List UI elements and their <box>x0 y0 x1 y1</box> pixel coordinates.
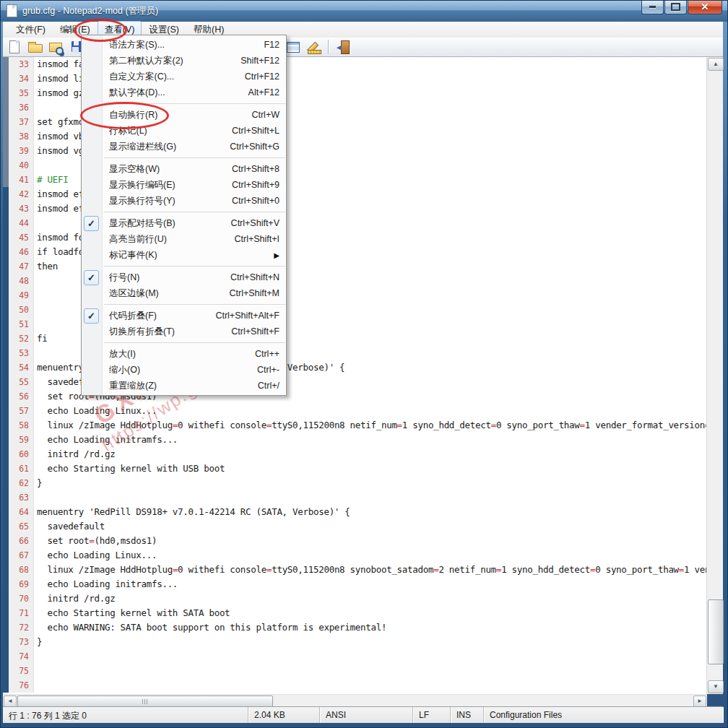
checkmark-icon: ✓ <box>84 216 99 231</box>
line-number: 38 <box>9 129 34 144</box>
view-menu-item-selection-margin[interactable]: 选区边缘(M)Ctrl+Shift+M <box>82 285 286 301</box>
fold-margin <box>3 303 9 317</box>
vertical-scroll-thumb[interactable] <box>708 599 724 664</box>
minimize-button[interactable] <box>641 0 664 14</box>
app-document-icon <box>6 4 17 17</box>
fold-margin <box>3 187 9 202</box>
menu-item-label: 自定义方案(C)... <box>109 71 174 83</box>
line-number: 65 <box>9 519 34 534</box>
code-line: 61 echo Starting kernel with USB boot <box>3 462 707 476</box>
code-line: 72 echo WARNING: SATA boot support on th… <box>3 620 707 635</box>
view-menu-item-custom-schemes[interactable]: 自定义方案(C)...Ctrl+F12 <box>82 69 286 84</box>
view-menu-item-line-numbers[interactable]: ✓行号(N)Ctrl+Shift+N <box>82 269 286 285</box>
line-number: 69 <box>9 577 34 592</box>
menu-item-label: 缩小(O) <box>109 364 140 376</box>
view-menu-item-highlight-current-line[interactable]: 高亮当前行(U)Ctrl+Shift+I <box>82 231 286 247</box>
menu-separator <box>104 266 285 266</box>
line-number: 58 <box>9 418 34 433</box>
code-line: 64menuentry 'RedPill DS918+ v7.0.1-42214… <box>3 505 707 519</box>
pencil-ruler-icon[interactable] <box>306 38 323 56</box>
menu-item-label: 行标记(L) <box>109 125 147 137</box>
code-line: 65 savedefault <box>3 519 707 534</box>
menu-item-label: 默认字体(D)... <box>109 87 165 99</box>
fold-margin <box>3 216 9 230</box>
view-menu-item-zoom-out[interactable]: 缩小(O)Ctrl+- <box>82 362 286 378</box>
view-menu-item-show-wrap-symbols[interactable]: 显示换行符号(Y)Ctrl+Shift+0 <box>82 193 286 209</box>
fold-margin <box>3 534 9 548</box>
fold-margin <box>3 519 9 534</box>
view-menu-item-show-line-ending-codes[interactable]: 显示换行编码(E)Ctrl+Shift+9 <box>82 177 286 193</box>
line-number: 67 <box>9 548 34 563</box>
view-menu-item-syntax-scheme[interactable]: 语法方案(S)...F12 <box>82 37 286 53</box>
code-line: 73} <box>3 635 707 649</box>
code-text: echo Loading Linux... <box>34 548 157 563</box>
code-line: 75 <box>3 664 707 678</box>
fold-margin <box>3 129 9 144</box>
fold-margin <box>3 274 9 288</box>
view-menu-item-code-folding[interactable]: ✓代码折叠(F)Ctrl+Shift+Alt+F <box>82 308 286 324</box>
fold-margin <box>3 332 9 346</box>
line-number: 62 <box>9 476 34 490</box>
folder-search-icon[interactable] <box>48 38 65 56</box>
code-line: 59 echo Loading initramfs... <box>3 433 707 447</box>
code-text: echo WARNING: SATA boot support on this … <box>34 620 386 635</box>
horizontal-scrollbar[interactable]: ◄ ► <box>3 694 707 707</box>
line-number: 56 <box>9 389 34 404</box>
line-number: 40 <box>9 158 34 173</box>
menu-item-label: 显示空格(W) <box>109 163 160 176</box>
code-line: 68 linux /zImage HddHotplug=0 withefi co… <box>3 563 707 577</box>
code-text <box>34 158 37 173</box>
scroll-down-icon[interactable]: ▼ <box>708 680 724 693</box>
fold-margin <box>3 245 9 259</box>
code-text: echo Starting kernel with USB boot <box>34 462 225 476</box>
exit-door-icon[interactable] <box>334 38 352 56</box>
line-number: 72 <box>9 620 34 635</box>
code-text: } <box>34 476 42 490</box>
code-line: 76 <box>3 678 707 693</box>
maximize-button[interactable] <box>664 0 687 14</box>
view-menu-dropdown: 语法方案(S)...F12第二种默认方案(2)Shift+F12自定义方案(C)… <box>81 35 287 396</box>
view-menu-item-second-default-scheme[interactable]: 第二种默认方案(2)Shift+F12 <box>82 53 286 69</box>
view-menu-item-default-font[interactable]: 默认字体(D)...Alt+F12 <box>82 84 286 100</box>
view-menu-item-line-marker[interactable]: 行标记(L)Ctrl+Shift+L <box>82 123 286 139</box>
line-number: 48 <box>9 274 34 288</box>
view-menu-item-toggle-all-folds[interactable]: 切换所有折叠(T)Ctrl+Shift+F <box>82 324 286 339</box>
fold-margin <box>3 202 9 216</box>
line-number: 57 <box>9 404 34 418</box>
fold-margin <box>3 563 9 577</box>
view-menu-item-show-indent-guides[interactable]: 显示缩进栏线(G)Ctrl+Shift+G <box>82 139 286 155</box>
menu-item-shortcut: Shift+F12 <box>240 56 280 66</box>
menu-item-label: 显示换行符号(Y) <box>109 195 176 207</box>
view-menu-item-zoom-in[interactable]: 放大(I)Ctrl++ <box>82 346 286 362</box>
close-button[interactable]: ✕ <box>688 0 722 14</box>
code-text: initrd /rd.gz <box>34 447 115 462</box>
titlebar[interactable]: grub.cfg - Notepad2-mod (管理员) ✕ <box>0 0 728 22</box>
view-menu-item-match-braces[interactable]: ✓显示配对括号(B)Ctrl+Shift+V <box>82 215 286 231</box>
line-number: 37 <box>9 115 34 129</box>
code-text: echo Loading Linux... <box>34 404 157 418</box>
menu-item-label: 切换所有折叠(T) <box>109 326 175 338</box>
menu-item-shortcut: Ctrl+Shift+V <box>231 218 280 228</box>
scroll-up-icon[interactable]: ▲ <box>708 58 724 71</box>
menu-item-label: 代码折叠(F) <box>109 310 157 322</box>
view-menu-item-mark-occurrences[interactable]: 标记事件(K)▶ <box>82 247 286 263</box>
code-text: echo Loading initramfs... <box>34 433 178 447</box>
line-number: 70 <box>9 592 34 606</box>
view-menu-item-show-whitespace[interactable]: 显示空格(W)Ctrl+Shift+8 <box>82 161 286 177</box>
code-text: echo Starting kernel with SATA boot <box>34 606 230 620</box>
code-line: 58 linux /zImage HddHotplug=0 withefi co… <box>3 418 707 433</box>
line-number: 66 <box>9 534 34 548</box>
code-text: menuentry 'RedPill DS918+ v7.0.1-42214 R… <box>34 505 350 519</box>
code-line: 74 <box>3 649 707 664</box>
view-menu-item-word-wrap[interactable]: 自动换行(R)Ctrl+W <box>82 107 286 123</box>
scheme-config-icon[interactable] <box>285 38 302 56</box>
menu-separator <box>104 157 285 158</box>
view-menu-item-reset-zoom[interactable]: 重置缩放(Z)Ctrl+/ <box>82 378 286 394</box>
menubar-item-file[interactable]: 文件(F) <box>9 21 53 39</box>
fold-margin <box>3 635 9 649</box>
toolbar-separator <box>328 40 329 54</box>
code-text: fi <box>34 332 47 346</box>
open-folder-icon[interactable] <box>27 38 44 56</box>
vertical-scrollbar[interactable]: ▲ ▼ <box>706 57 723 694</box>
new-file-icon[interactable] <box>6 38 23 56</box>
